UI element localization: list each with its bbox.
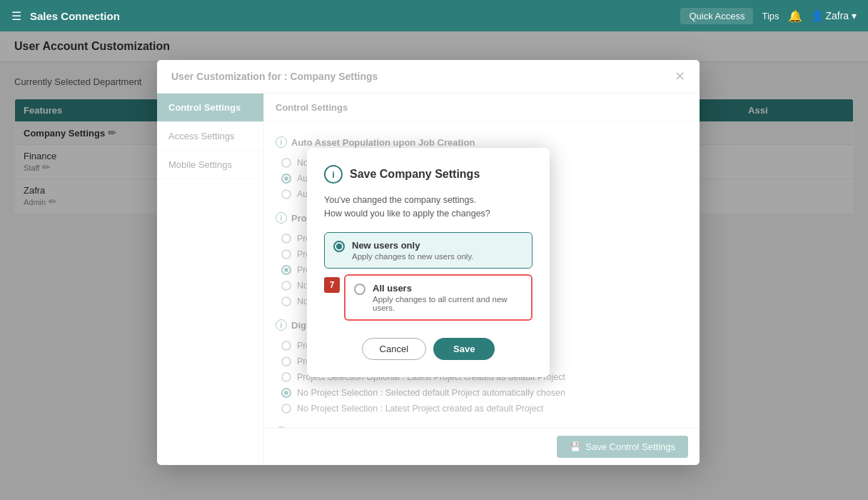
nav-left: ☰ Sales Connection <box>11 9 120 23</box>
option-new-users-text: New users only Apply changes to new user… <box>352 240 473 261</box>
cancel-button[interactable]: Cancel <box>362 338 426 360</box>
option-all-users[interactable]: All users Apply changes to all current a… <box>344 274 533 321</box>
hamburger-icon[interactable]: ☰ <box>11 9 21 23</box>
dialog-info-icon: i <box>324 165 343 184</box>
top-nav: ☰ Sales Connection Quick Access Tips 🔔 👤… <box>0 0 868 31</box>
option-all-users-sub: Apply changes to all current and new use… <box>373 295 523 312</box>
quick-access-button[interactable]: Quick Access <box>680 8 753 24</box>
option-all-users-label: All users <box>373 283 523 294</box>
option-new-users-label: New users only <box>352 240 473 251</box>
nav-right: Quick Access Tips 🔔 👤 Zafra ▾ <box>680 8 857 24</box>
save-company-settings-dialog: i Save Company Settings You've changed t… <box>307 148 550 377</box>
inner-dialog-backdrop: i Save Company Settings You've changed t… <box>157 60 700 465</box>
inner-dialog-desc: You've changed the company settings. How… <box>324 194 533 221</box>
radio-all-users <box>354 284 365 295</box>
save-button[interactable]: Save <box>433 338 495 360</box>
app-title: Sales Connection <box>30 10 120 22</box>
option-new-users[interactable]: New users only Apply changes to new user… <box>324 232 533 269</box>
notifications-icon[interactable]: 🔔 <box>788 9 802 23</box>
dialog-actions: Cancel Save <box>324 338 533 360</box>
user-customization-modal: User Customization for : Company Setting… <box>157 60 700 465</box>
option-all-users-row: 7 All users Apply changes to all current… <box>324 274 533 326</box>
page-background: User Account Customization Currently Sel… <box>0 31 868 500</box>
radio-new-users <box>333 241 345 252</box>
option-all-users-text: All users Apply changes to all current a… <box>373 283 523 312</box>
tips-link[interactable]: Tips <box>762 11 779 21</box>
user-avatar[interactable]: 👤 Zafra ▾ <box>811 10 857 21</box>
step-badge: 7 <box>324 277 340 293</box>
inner-dialog-title: i Save Company Settings <box>324 165 533 184</box>
option-new-users-sub: Apply changes to new users only. <box>352 252 473 261</box>
